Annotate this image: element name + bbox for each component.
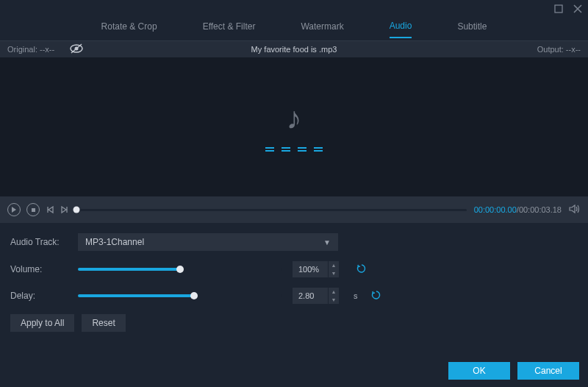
delay-reset-icon[interactable] [371, 290, 381, 302]
svg-rect-4 [32, 208, 35, 212]
delay-label: Delay: [10, 291, 68, 301]
tab-audio[interactable]: Audio [390, 21, 412, 38]
apply-to-all-button[interactable]: Apply to All [10, 314, 74, 332]
prev-frame-button[interactable] [46, 205, 54, 214]
volume-stepper[interactable]: ▲▼ [329, 261, 339, 277]
delay-slider-thumb[interactable] [190, 292, 198, 299]
volume-value[interactable]: 100% [293, 261, 328, 277]
volume-icon[interactable] [569, 204, 581, 216]
volume-slider[interactable] [78, 268, 282, 271]
preview-toggle-icon[interactable] [69, 43, 84, 55]
tab-effect-filter[interactable]: Effect & Filter [203, 21, 256, 38]
next-frame-button[interactable] [60, 205, 69, 214]
volume-slider-thumb[interactable] [176, 266, 184, 273]
filename-label: My favorite food is .mp3 [0, 45, 588, 54]
play-button[interactable] [7, 203, 21, 216]
tab-subtitle[interactable]: Subtitle [457, 21, 487, 38]
delay-stepper[interactable]: ▲▼ [329, 288, 339, 304]
audio-track-label: Audio Track: [10, 237, 68, 247]
tabs-bar: Rotate & Crop Effect & Filter Watermark … [0, 18, 588, 41]
music-note-icon: ♪ [287, 103, 302, 134]
stop-button[interactable] [26, 203, 40, 216]
minimize-icon[interactable] [553, 3, 564, 15]
reset-button[interactable]: Reset [82, 314, 125, 332]
volume-reset-icon[interactable] [356, 263, 367, 276]
volume-label: Volume: [10, 264, 68, 274]
preview-area: ♪ [0, 57, 588, 196]
delay-unit: s [354, 291, 358, 300]
tab-rotate-crop[interactable]: Rotate & Crop [101, 21, 157, 38]
delay-value[interactable]: 2.80 [293, 288, 328, 304]
chevron-down-icon: ▼ [323, 238, 331, 246]
output-dimensions: Output: --x-- [537, 45, 581, 54]
cancel-button[interactable]: Cancel [517, 362, 579, 380]
ok-button[interactable]: OK [448, 362, 510, 380]
svg-rect-0 [555, 5, 562, 13]
original-dimensions: Original: --x-- [7, 45, 54, 54]
progress-bar[interactable] [76, 209, 467, 211]
audio-track-select[interactable]: MP3-1Channel ▼ [78, 233, 338, 251]
time-current: 00:00:00.00 [474, 205, 517, 214]
time-total: 00:00:03.18 [519, 205, 562, 214]
equalizer-icon [265, 147, 323, 152]
progress-thumb[interactable] [74, 207, 80, 213]
close-icon[interactable] [572, 3, 584, 15]
audio-track-value: MP3-1Channel [85, 237, 144, 247]
delay-slider[interactable] [78, 294, 282, 297]
tab-watermark[interactable]: Watermark [301, 21, 343, 38]
